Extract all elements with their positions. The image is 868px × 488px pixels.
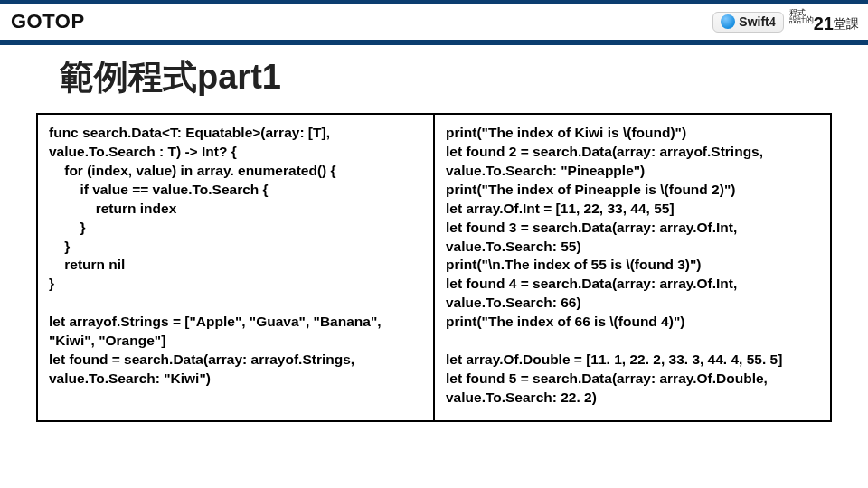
code-table: func search.Data<T: Equatable>(array: [T… bbox=[36, 113, 832, 422]
swift-name: Swift bbox=[739, 14, 769, 29]
page-title: 範例程式part1 bbox=[60, 54, 868, 100]
course-tail: 堂課 bbox=[834, 17, 859, 31]
brand-logo: GOTOP bbox=[11, 10, 85, 33]
course-small-bottom: 設計的 bbox=[789, 15, 814, 24]
header: GOTOP Swift4 程式 設計的 21堂課 bbox=[0, 0, 868, 40]
swift-version: 4 bbox=[769, 15, 776, 29]
course-badge: 程式 設計的 21堂課 bbox=[789, 9, 859, 34]
swift-badge: Swift4 bbox=[712, 12, 783, 33]
swift-icon bbox=[721, 14, 735, 29]
header-badges: Swift4 程式 設計的 21堂課 bbox=[712, 9, 859, 34]
header-divider bbox=[0, 40, 868, 45]
swift-label: Swift4 bbox=[739, 14, 775, 30]
code-left: func search.Data<T: Equatable>(array: [T… bbox=[38, 115, 433, 420]
course-number: 21 bbox=[814, 14, 834, 33]
code-right: print("The index of Kiwi is \(found)") l… bbox=[433, 115, 830, 420]
